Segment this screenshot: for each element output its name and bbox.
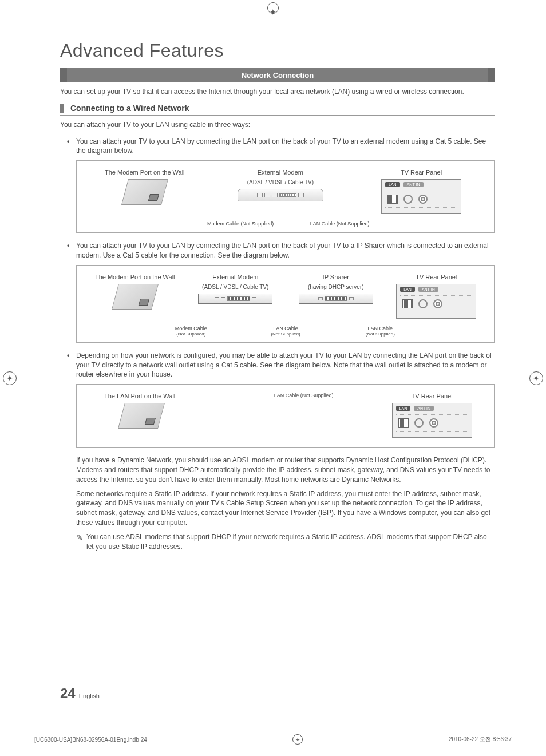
d1-lan-cable: LAN Cable (Not Supplied)	[310, 221, 370, 227]
sub-heading-row: Connecting to a Wired Network	[60, 104, 495, 116]
bullet-1: You can attach your TV to your LAN by co…	[60, 137, 495, 156]
d2-mc-ns: (Not Supplied)	[144, 331, 238, 337]
d2-sharer-sub: (having DHCP server)	[288, 284, 384, 290]
page-number-row: 24 English	[60, 686, 100, 702]
d1-modem-sub: (ADSL / VDSL / Cable TV)	[207, 179, 354, 185]
d3-wall-label: The LAN Port on the Wall	[104, 393, 228, 399]
page-number: 24	[60, 686, 76, 702]
d2-lc1: LAN Cable	[273, 326, 298, 331]
crop-mark-top: ✦	[26, 6, 520, 13]
d2-wall-label: The Modem Port on the Wall	[87, 274, 183, 280]
d2-sharer-label: IP Sharer	[288, 274, 384, 280]
d1-rear-label: TV Rear Panel	[358, 169, 484, 176]
note-text: You can use ADSL modems that support DHC…	[86, 532, 495, 552]
page-language: English	[79, 692, 100, 699]
lan-chip: LAN	[385, 182, 400, 187]
d1-modem-label: External Modem	[207, 169, 354, 176]
ant-chip-2: ANT IN	[418, 287, 438, 292]
d1-wall-label: The Modem Port on the Wall	[87, 169, 203, 176]
sub-heading: Connecting to a Wired Network	[70, 104, 189, 113]
d2-rear-label: TV Rear Panel	[389, 274, 485, 280]
footer-file: [UC6300-USA]BN68-02956A-01Eng.indb 24	[34, 737, 147, 743]
bullet-list: You can attach your TV to your LAN by co…	[60, 137, 495, 156]
ant-chip: ANT IN	[403, 182, 424, 187]
d3-rear-label: TV Rear Panel	[379, 393, 484, 399]
wall-port-icon-2	[112, 284, 159, 310]
note-row: ✎ You can use ADSL modems that support D…	[76, 532, 495, 552]
crop-mark-right: ✦	[529, 371, 543, 385]
lan-chip-2: LAN	[400, 287, 415, 292]
d1-modem-cable: Modem Cable (Not Supplied)	[207, 221, 274, 227]
d2-modem-sub: (ADSL / VDSL / Cable TV)	[188, 284, 284, 290]
bullet-list-3: Depending on how your network is configu…	[60, 351, 495, 379]
lan-chip-3: LAN	[396, 406, 411, 411]
bullet-3: Depending on how your network is configu…	[60, 351, 495, 379]
chapter-title: Advanced Features	[60, 40, 495, 61]
note-icon: ✎	[76, 532, 86, 552]
wall-port-icon	[121, 179, 168, 205]
section-heading: Network Connection	[60, 68, 495, 82]
registration-mark-icon: ✦	[292, 734, 303, 745]
bullet-list-2: You can attach your TV to your LAN by co…	[60, 241, 495, 260]
paragraph-static: Some networks require a Static IP addres…	[76, 489, 495, 528]
print-footer: [UC6300-USA]BN68-02956A-01Eng.indb 24 ✦ …	[34, 734, 512, 745]
d3-lan-cable: LAN Cable (Not Supplied)	[274, 393, 334, 404]
diagram-2: The Modem Port on the Wall External Mode…	[76, 265, 495, 343]
tv-rear-panel-icon-3: LAN ANT IN	[392, 403, 472, 438]
footer-timestamp: 2010-06-22 오전 8:56:37	[449, 735, 512, 743]
d2-mc: Modem Cable	[175, 326, 207, 331]
modem-icon	[238, 189, 323, 201]
tv-rear-panel-icon-2: LAN ANT IN	[396, 284, 476, 319]
sharer-icon	[299, 294, 373, 304]
intro-text: You can set up your TV so that it can ac…	[60, 87, 495, 97]
diagram-3: The LAN Port on the Wall LAN Cable (Not …	[76, 384, 495, 448]
paragraph-dhcp: If you have a Dynamic Network, you shoul…	[76, 456, 495, 484]
page-content: Advanced Features Network Connection You…	[60, 40, 495, 551]
modem-icon-2	[198, 294, 272, 304]
ant-chip-3: ANT IN	[414, 406, 434, 411]
d2-modem-label: External Modem	[188, 274, 284, 280]
crop-mark-bottom	[26, 723, 520, 730]
diagram-1: The Modem Port on the Wall External Mode…	[76, 160, 495, 233]
crop-mark-left: ✦	[3, 371, 17, 385]
lead-in-text: You can attach your TV to your LAN using…	[60, 120, 495, 130]
wall-port-icon-3	[118, 403, 165, 429]
d2-lc2-ns: (Not Supplied)	[333, 331, 428, 337]
tv-rear-panel-icon: LAN ANT IN	[381, 179, 461, 214]
heading-marker	[60, 104, 64, 113]
d2-lc1-ns: (Not Supplied)	[238, 331, 333, 337]
d2-lc2: LAN Cable	[367, 326, 393, 331]
bullet-2: You can attach your TV to your LAN by co…	[60, 241, 495, 260]
paragraph-block: If you have a Dynamic Network, you shoul…	[76, 456, 495, 551]
